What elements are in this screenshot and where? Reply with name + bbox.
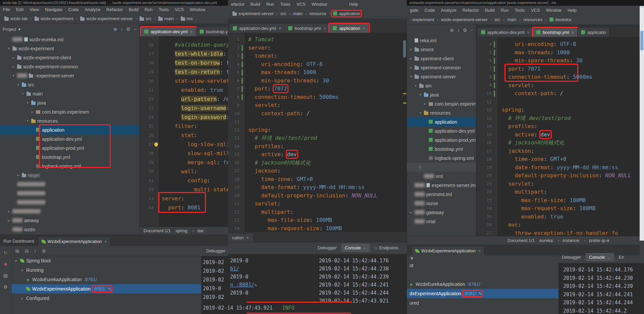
menu-build[interactable]: Build <box>248 0 263 9</box>
project-tree-item[interactable]: application <box>407 117 476 126</box>
project-tree-item[interactable] <box>0 198 139 207</box>
code-text[interactable]: max-file-size: 100MB <box>502 196 586 205</box>
tree-arrow-icon[interactable]: ▾ <box>14 259 18 263</box>
code-text[interactable]: enabled: true <box>502 213 563 221</box>
tree-arrow-icon[interactable]: ▾ <box>20 268 24 272</box>
project-panel-title[interactable]: Project <box>3 27 16 32</box>
settings-icon[interactable]: ⚙ <box>42 248 46 254</box>
menu-vcs[interactable]: VCS <box>528 6 543 15</box>
code-text[interactable]: spring: <box>248 126 271 134</box>
code-text[interactable]: time-zone: GMT+8 <box>248 175 313 184</box>
run-tree-item[interactable]: ured <box>407 298 558 308</box>
settings-icon[interactable]: ⚙ <box>463 27 467 33</box>
code-text[interactable]: servlet: <box>502 180 534 188</box>
tab-close-icon[interactable]: × <box>190 29 193 34</box>
code-text[interactable]: connection-timeout: 5000ms <box>248 93 339 102</box>
project-tree-item[interactable]: ▸ateway <box>0 216 139 225</box>
code-text[interactable]: # 环境 dev/test/prod <box>502 114 571 123</box>
tab-application[interactable]: application× <box>329 24 369 33</box>
run-tree-item[interactable]: WzdxExperimentApplication:8081/✎ <box>11 284 201 294</box>
tree-arrow-icon[interactable]: ▾ <box>409 75 413 78</box>
tab-console[interactable]: Console→ <box>586 253 614 261</box>
run-tree-item[interactable]: ▾Spring Boot <box>11 256 201 265</box>
code-text[interactable]: port: 8081 <box>162 203 201 212</box>
menu-gate[interactable]: gate <box>407 6 421 15</box>
menu-navigate[interactable]: Navigate <box>42 6 65 14</box>
path-item[interactable]: eureka: <box>539 238 554 243</box>
menu-run[interactable]: Run <box>142 6 156 14</box>
code-text[interactable]: port: 7072 <box>248 85 287 93</box>
project-tree-item[interactable]: experiment-server.iml <box>407 181 476 190</box>
breadcrumb-item[interactable]: resources <box>522 17 543 22</box>
breadcrumb-item[interactable]: wzdx-experiment-server <box>440 17 489 22</box>
tree-arrow-icon[interactable]: ▸ <box>20 297 24 300</box>
code-text[interactable]: enabled: true <box>162 85 223 95</box>
tab-close-icon[interactable]: × <box>247 236 249 240</box>
tab-close-icon[interactable]: × <box>527 30 529 35</box>
run-item-url[interactable]: :8081/ <box>93 286 106 292</box>
code-text[interactable]: date-format: yyyy-MM-dd HH:mm:ss <box>248 183 365 192</box>
project-tree-item[interactable]: ▾resources <box>407 108 476 117</box>
tree-arrow-icon[interactable]: ▾ <box>418 111 422 115</box>
code-text[interactable]: servlet: <box>248 200 280 208</box>
tree-arrow-icon[interactable]: ▾ <box>409 48 413 51</box>
code-text[interactable]: max-threads: 1000 <box>502 49 570 57</box>
code-text[interactable]: stat-view-servlet: <box>162 76 233 85</box>
code-text[interactable]: throw-exception-if-no-handler-fo <box>502 229 618 236</box>
breadcrumb-item[interactable]: res <box>180 16 194 21</box>
code-text[interactable]: connection-timeout: 5000ms <box>502 73 592 81</box>
console-text[interactable]: n :8081/ <box>230 282 254 288</box>
code-text[interactable]: log-slow-sql: <box>162 140 229 149</box>
tree-arrow-icon[interactable]: ▸ <box>7 218 11 222</box>
scrollbar[interactable]: ^ <box>640 6 644 241</box>
tree-arrow-icon[interactable]: ▾ <box>25 101 30 105</box>
tab-bootstrap.yml[interactable]: bootstrap.yml× <box>533 28 578 37</box>
project-tree-item[interactable]: ▾java <box>0 98 139 107</box>
code-text[interactable]: default-property-inclusion: NON_NULL <box>248 192 377 200</box>
code-text[interactable]: servlet: <box>248 101 280 110</box>
code-text[interactable]: test-while-idle: t <box>162 49 233 58</box>
menu-tools[interactable]: Tools <box>156 6 172 14</box>
settings-icon[interactable]: ⚙ <box>126 26 130 32</box>
tree-arrow-icon[interactable]: ▾ <box>21 92 25 96</box>
tree-arrow-icon[interactable]: ▸ <box>16 173 20 177</box>
run-tree-item[interactable]: ▸Configured <box>11 294 201 303</box>
code-text[interactable]: tomcat: <box>248 52 277 60</box>
tree-arrow-icon[interactable]: ▾ <box>16 83 20 86</box>
intention-bulb-icon[interactable] <box>154 142 158 146</box>
menu-vcs[interactable]: VCS <box>172 6 187 14</box>
project-tree-item[interactable]: ▸target <box>0 171 139 180</box>
run-tree-item[interactable]: ▶WzdxEurekaApplication:8761/ <box>11 275 201 284</box>
run-tree-item[interactable]: ot <box>407 261 558 270</box>
tree-arrow-icon[interactable]: ▸ <box>409 66 413 69</box>
editor[interactable]: 4 uri-encoding: UTF-85 max-threads: 1000… <box>476 37 640 236</box>
code-text[interactable]: active: dev <box>502 131 550 139</box>
run-item-url[interactable]: :8761/ <box>84 277 97 282</box>
project-tree-item[interactable]: ▾java <box>407 90 476 99</box>
project-tree-item[interactable]: bootstrap.yml <box>0 152 139 162</box>
scrollbar-thumb[interactable] <box>403 40 406 58</box>
code-text[interactable]: merge-sql: fal <box>162 158 233 167</box>
tab-close-icon[interactable]: × <box>323 26 326 31</box>
code-text[interactable]: wall: <box>162 167 197 176</box>
project-tree-item[interactable]: ▸gateway <box>407 208 476 217</box>
menu-tools[interactable]: Tools <box>512 6 528 15</box>
updown-icon[interactable]: ↕ <box>34 248 36 254</box>
run-tree-item[interactable]: ▶WzdxEurekaApplication:8761/ <box>407 279 558 289</box>
tab-application-dev.yml[interactable]: application-dev.yml× <box>141 27 196 36</box>
code-text[interactable]: multipart: <box>502 188 547 196</box>
menu-run[interactable]: Run <box>263 0 277 9</box>
menu-build[interactable]: Build <box>126 6 142 14</box>
tree-arrow-icon[interactable]: ▸ <box>409 57 413 60</box>
code-text[interactable]: jackson: <box>502 147 534 155</box>
grid-icon[interactable]: ▤ <box>3 273 8 278</box>
updown-icon[interactable]: ↕ <box>457 27 460 33</box>
updown-icon[interactable]: ↕ <box>120 26 123 32</box>
tree-arrow-icon[interactable]: ▸ <box>11 65 15 68</box>
tree-arrow-icon[interactable]: ▾ <box>11 74 15 77</box>
tree-arrow-icon[interactable]: ▸ <box>409 210 413 214</box>
code-text[interactable]: #validation-query <box>162 40 229 49</box>
breadcrumb-item[interactable]: wzdx-lab <box>3 16 29 21</box>
project-tree-item[interactable]: ▸xperiment-client <box>407 54 476 63</box>
menu-help[interactable]: Help <box>565 6 580 15</box>
